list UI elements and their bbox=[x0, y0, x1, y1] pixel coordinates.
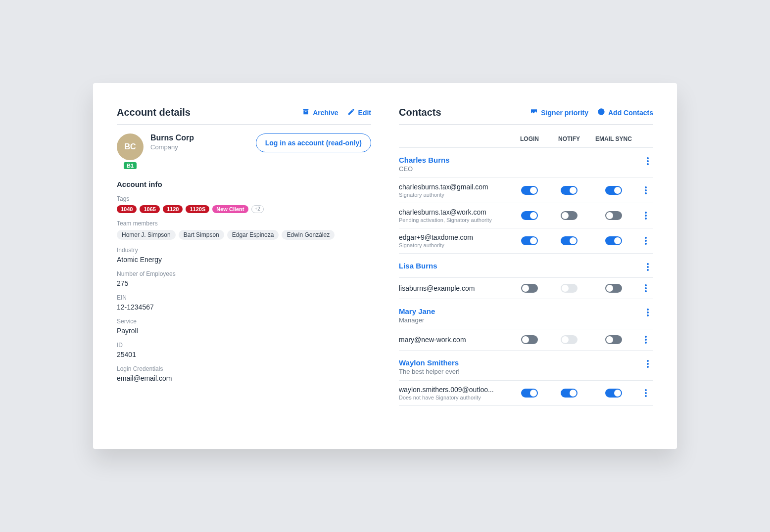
team-member-chip[interactable]: Edwin González bbox=[282, 230, 335, 240]
svg-point-0 bbox=[647, 157, 649, 159]
contact-email-row: edgar+9@taxdome.comSignatory authority bbox=[399, 228, 653, 254]
notify-toggle[interactable] bbox=[561, 211, 578, 220]
contact-email-sub: Pending activation, Signatory authority bbox=[399, 217, 510, 223]
notify-toggle[interactable] bbox=[561, 284, 578, 293]
login-toggle[interactable] bbox=[521, 236, 538, 245]
svg-point-22 bbox=[645, 339, 647, 341]
contact-email-row: lisaburns@example.com bbox=[399, 278, 653, 299]
contact-subtitle: CEO bbox=[399, 165, 450, 173]
svg-point-18 bbox=[647, 309, 649, 310]
svg-point-14 bbox=[647, 269, 649, 271]
more-menu-button[interactable] bbox=[640, 210, 651, 221]
tags-label: Tags bbox=[117, 195, 371, 202]
svg-point-10 bbox=[645, 240, 647, 242]
contact-email: lisaburns@example.com bbox=[399, 284, 510, 292]
service-value: Payroll bbox=[117, 327, 371, 335]
notify-toggle[interactable] bbox=[561, 186, 578, 195]
contact-name[interactable]: Waylon Smithers bbox=[399, 358, 460, 367]
tag[interactable]: 1120 bbox=[163, 205, 183, 213]
avatar-badge: B1 bbox=[124, 162, 137, 169]
notify-toggle[interactable] bbox=[561, 389, 578, 398]
archive-button[interactable]: Archive bbox=[302, 108, 338, 117]
contact-name[interactable]: Mary Jane bbox=[399, 307, 435, 315]
notify-toggle[interactable] bbox=[561, 335, 578, 344]
svg-point-29 bbox=[645, 395, 647, 397]
edit-button[interactable]: Edit bbox=[347, 108, 371, 117]
notify-toggle[interactable] bbox=[561, 236, 578, 245]
team-member-chip[interactable]: Edgar Espinoza bbox=[227, 230, 279, 240]
contact-subtitle: The best helper ever! bbox=[399, 368, 460, 375]
more-menu-button[interactable] bbox=[642, 358, 653, 369]
more-menu-button[interactable] bbox=[640, 235, 651, 246]
plus-circle-icon bbox=[597, 108, 605, 117]
team-members-row: Homer J. SimpsonBart SimpsonEdgar Espino… bbox=[117, 230, 371, 240]
contacts-title: Contacts bbox=[399, 107, 441, 118]
email-sync-toggle[interactable] bbox=[605, 389, 622, 398]
svg-point-16 bbox=[645, 287, 647, 289]
email-sync-toggle[interactable] bbox=[605, 284, 622, 293]
contact-email: waylon.smithers.009@outloo... bbox=[399, 386, 510, 394]
more-menu-button[interactable] bbox=[642, 307, 653, 318]
more-menu-button[interactable] bbox=[640, 334, 651, 345]
svg-point-28 bbox=[645, 392, 647, 394]
svg-point-4 bbox=[645, 189, 647, 191]
tag-new-client[interactable]: New Client bbox=[212, 205, 248, 213]
svg-point-12 bbox=[647, 263, 649, 265]
login-toggle[interactable] bbox=[521, 186, 538, 195]
contact-name[interactable]: Charles Burns bbox=[399, 156, 450, 164]
more-menu-button[interactable] bbox=[640, 185, 651, 196]
more-menu-button[interactable] bbox=[642, 262, 653, 272]
avatar-wrap: BC B1 bbox=[117, 133, 144, 169]
industry-label: Industry bbox=[117, 247, 371, 254]
tag-more[interactable]: +2 bbox=[251, 205, 264, 213]
industry-value: Atomic Energy bbox=[117, 256, 371, 264]
service-label: Service bbox=[117, 318, 371, 325]
login-toggle[interactable] bbox=[521, 335, 538, 344]
more-menu-button[interactable] bbox=[640, 388, 651, 399]
more-menu-button[interactable] bbox=[642, 156, 653, 167]
svg-point-8 bbox=[645, 218, 647, 220]
account-header-row: BC B1 Burns Corp Company Log in as accou… bbox=[117, 133, 371, 169]
contact-email: edgar+9@taxdome.com bbox=[399, 233, 510, 241]
svg-point-19 bbox=[647, 311, 649, 313]
svg-point-23 bbox=[645, 342, 647, 344]
add-contacts-button[interactable]: Add Contacts bbox=[597, 108, 653, 117]
tag[interactable]: 1065 bbox=[140, 205, 159, 213]
contact-email: charlesburns.tax@gmail.com bbox=[399, 183, 510, 191]
more-menu-button[interactable] bbox=[640, 283, 651, 294]
id-value: 25401 bbox=[117, 351, 371, 358]
tag[interactable]: 1120S bbox=[186, 205, 209, 213]
add-contacts-label: Add Contacts bbox=[608, 109, 653, 117]
id-label: ID bbox=[117, 342, 371, 349]
avatar: BC bbox=[117, 133, 144, 160]
signer-priority-label: Signer priority bbox=[541, 109, 588, 117]
ein-value: 12-1234567 bbox=[117, 303, 371, 311]
edit-label: Edit bbox=[358, 109, 371, 117]
tag[interactable]: 1040 bbox=[117, 205, 137, 213]
contact-email-row: mary@new-work.com bbox=[399, 329, 653, 351]
email-sync-toggle[interactable] bbox=[605, 236, 622, 245]
contact-name[interactable]: Lisa Burns bbox=[399, 262, 437, 270]
signer-priority-button[interactable]: Signer priority bbox=[530, 108, 588, 117]
login-toggle[interactable] bbox=[521, 389, 538, 398]
svg-point-9 bbox=[645, 237, 647, 239]
tags-row: 1040106511201120SNew Client+2 bbox=[117, 205, 371, 213]
login-toggle[interactable] bbox=[521, 284, 538, 293]
account-name: Burns Corp bbox=[150, 133, 194, 142]
login-as-account-button[interactable]: Log in as account (read-only) bbox=[256, 133, 371, 152]
archive-label: Archive bbox=[313, 109, 338, 117]
pencil-icon bbox=[347, 108, 355, 117]
login-toggle[interactable] bbox=[521, 211, 538, 220]
svg-point-2 bbox=[647, 163, 649, 165]
contact-header-row: Mary JaneManager bbox=[399, 299, 653, 329]
email-sync-toggle[interactable] bbox=[605, 335, 622, 344]
email-sync-toggle[interactable] bbox=[605, 186, 622, 195]
svg-point-15 bbox=[645, 284, 647, 286]
team-member-chip[interactable]: Bart Simpson bbox=[179, 230, 224, 240]
employees-value: 275 bbox=[117, 279, 371, 287]
svg-point-5 bbox=[645, 192, 647, 194]
contacts-panel: Contacts Signer priority Add Contacts bbox=[399, 107, 653, 433]
contact-email: charlesburns.tax@work.com bbox=[399, 208, 510, 216]
team-member-chip[interactable]: Homer J. Simpson bbox=[117, 230, 176, 240]
email-sync-toggle[interactable] bbox=[605, 211, 622, 220]
